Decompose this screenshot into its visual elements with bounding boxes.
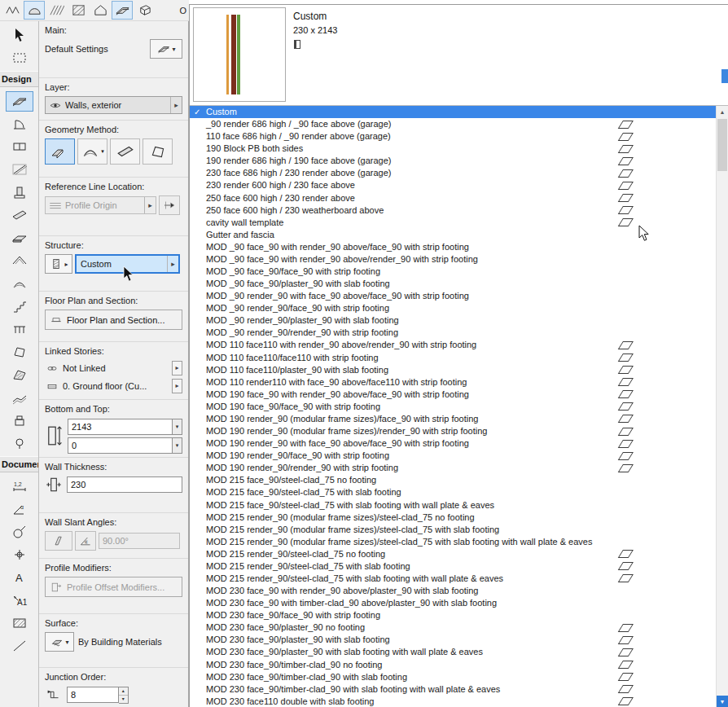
list-item[interactable]: 110 face 686 high / _90 render above (ga… bbox=[190, 130, 717, 143]
list-item[interactable]: cavity wall template bbox=[190, 217, 717, 229]
list-item[interactable]: MOD 190 face_90 with render_90 above/fac… bbox=[190, 389, 717, 401]
list-item[interactable]: 190 Block PB both sides bbox=[190, 143, 717, 155]
line-tool[interactable] bbox=[6, 636, 33, 656]
list-item[interactable]: MOD 215 render_90 (modular frame sizes)/… bbox=[190, 524, 717, 536]
fill-tool[interactable] bbox=[6, 613, 33, 634]
list-item[interactable]: MOD 110 face110/face110 with strip footi… bbox=[190, 352, 717, 364]
list-item[interactable]: MOD 230 face_90 with timber-clad_90 abov… bbox=[190, 597, 717, 609]
diagonal-hatch-button[interactable] bbox=[68, 1, 89, 20]
column-tool[interactable] bbox=[6, 182, 33, 203]
door-tool[interactable] bbox=[6, 114, 33, 134]
list-item[interactable]: MOD 190 face_90/face_90 with strip footi… bbox=[190, 401, 717, 413]
spinner-down-icon[interactable]: ▾ bbox=[119, 696, 128, 703]
list-item[interactable]: MOD 110 face110 with render_90 above/ren… bbox=[190, 339, 717, 351]
list-item[interactable]: MOD _90 render_90/plaster_90 with slab f… bbox=[190, 314, 717, 327]
object-tool[interactable] bbox=[6, 411, 33, 431]
list-item[interactable]: MOD 215 render_90/steel-clad_75 no footi… bbox=[190, 548, 717, 560]
railing-tool[interactable] bbox=[6, 319, 33, 340]
dome-button[interactable] bbox=[24, 1, 45, 20]
list-item[interactable]: 230 face 686 high / 230 render above (ga… bbox=[190, 167, 717, 179]
angle-dimension-tool[interactable] bbox=[6, 499, 33, 520]
list-item[interactable]: MOD _90 face_90 with render_90 above/fac… bbox=[190, 241, 717, 253]
geometry-curved-button[interactable]: ▾ bbox=[77, 138, 107, 165]
morph-tool[interactable] bbox=[6, 342, 33, 362]
wall-bottom-input[interactable] bbox=[68, 437, 173, 454]
list-item[interactable]: 230 render 600 high / 230 face above bbox=[190, 179, 717, 191]
scroll-down-button[interactable]: ▼ bbox=[717, 696, 728, 707]
list-item[interactable]: MOD 110 render110 with face_90 above/fac… bbox=[190, 376, 717, 389]
slant-angle-input[interactable] bbox=[99, 533, 180, 549]
top-link-flyout-button[interactable]: ▸ bbox=[172, 361, 182, 375]
house-button[interactable] bbox=[90, 1, 111, 20]
list-item[interactable]: MOD 215 face_90/steel-clad_75 no footing bbox=[190, 474, 717, 486]
toolbox-group-documer[interactable]: Documer bbox=[0, 456, 38, 472]
junction-order-input[interactable] bbox=[67, 687, 119, 703]
wall-favorite-button[interactable] bbox=[112, 1, 133, 20]
list-item[interactable]: MOD 190 render_90/face_90 with strip foo… bbox=[190, 450, 717, 462]
list-item[interactable]: Gutter and fascia bbox=[190, 229, 717, 241]
list-item[interactable]: MOD 110 face110/plaster_90 with slab foo… bbox=[190, 364, 717, 376]
wall-bottom-flyout[interactable]: ▾ bbox=[173, 437, 182, 454]
scrollbar-thumb[interactable] bbox=[717, 119, 727, 171]
list-item[interactable]: MOD 230 face_90/face_90 with strip footi… bbox=[190, 609, 717, 621]
list-item[interactable]: MOD _90 face_90/face_90 with strip footi… bbox=[190, 266, 717, 278]
list-item[interactable]: ✓Custom bbox=[190, 106, 717, 118]
floor-plan-section-button[interactable]: Floor Plan and Section... bbox=[45, 310, 182, 330]
zone-tool[interactable] bbox=[6, 365, 33, 385]
list-item[interactable]: MOD _90 face_90 with render_90 above/ren… bbox=[190, 253, 717, 266]
list-item[interactable]: MOD _90 render_90/face_90 with strip foo… bbox=[190, 302, 717, 314]
dimension-tool[interactable] bbox=[6, 476, 33, 497]
wall-top-flyout[interactable]: ▾ bbox=[173, 419, 182, 435]
shell-tool[interactable] bbox=[6, 274, 33, 294]
flip-reference-line-button[interactable] bbox=[159, 195, 180, 215]
list-item[interactable]: MOD 230 face_90/plaster_90 with slab foo… bbox=[190, 646, 717, 658]
profile-offset-modifiers-button[interactable]: Profile Offset Modifiers... bbox=[45, 577, 182, 597]
list-item[interactable]: MOD 230 face_90/timber-clad_90 with slab… bbox=[190, 671, 717, 683]
label-tool[interactable] bbox=[6, 591, 33, 611]
scroll-up-button[interactable]: ▲ bbox=[717, 106, 728, 118]
geometry-straight-button[interactable] bbox=[45, 138, 75, 165]
wall-tool[interactable] bbox=[6, 91, 33, 112]
list-item[interactable]: MOD 230 face_90/timber-clad_90 no footin… bbox=[190, 659, 717, 671]
list-item[interactable]: 250 face 600 high / 230 render above bbox=[190, 192, 717, 204]
list-item[interactable]: MOD 230 face110 double with slab footing bbox=[190, 696, 717, 707]
list-item[interactable]: MOD 215 render_90 (modular frame sizes)/… bbox=[190, 512, 717, 524]
slant-single-button[interactable] bbox=[45, 531, 72, 551]
list-item[interactable]: MOD 190 render_90 with face_90 above/fac… bbox=[190, 437, 717, 450]
list-item[interactable]: MOD _90 face_90/plaster_90 with slab foo… bbox=[190, 278, 717, 290]
beam-tool[interactable] bbox=[6, 205, 33, 226]
list-item[interactable]: MOD _90 render_90/render_90 with strip f… bbox=[190, 327, 717, 339]
dense-hatch-button[interactable] bbox=[46, 1, 67, 20]
radial-dimension-tool[interactable] bbox=[6, 522, 33, 542]
list-item[interactable]: 250 face 600 high / 230 weatherboard abo… bbox=[190, 204, 717, 217]
list-item[interactable]: _90 render 686 high / _90 face above (ga… bbox=[190, 118, 717, 130]
stair-tool[interactable] bbox=[6, 296, 33, 317]
list-item[interactable]: MOD 215 render_90 (modular frame sizes)/… bbox=[190, 536, 717, 548]
bottom-link-flyout-button[interactable]: ▸ bbox=[172, 379, 182, 393]
zigzag-pattern-button[interactable] bbox=[2, 1, 23, 20]
list-item[interactable]: 190 render 686 high / 190 face above (ga… bbox=[190, 155, 717, 167]
roof-tool[interactable] bbox=[6, 251, 33, 271]
mesh-tool[interactable] bbox=[6, 388, 33, 408]
list-item[interactable]: MOD 215 render_90/steel-clad_75 with sla… bbox=[190, 560, 717, 573]
list-item[interactable]: MOD 215 face_90/steel-clad_75 with slab … bbox=[190, 499, 717, 512]
list-item[interactable]: MOD 190 render_90 (modular frame sizes)/… bbox=[190, 413, 717, 425]
list-item[interactable]: MOD 190 render_90/render_90 with strip f… bbox=[190, 462, 717, 474]
spinner-up-icon[interactable]: ▴ bbox=[119, 687, 128, 696]
preview-scroll-indicator[interactable] bbox=[721, 69, 728, 83]
list-item[interactable]: MOD 230 face_90/plaster_90 no footing bbox=[190, 621, 717, 634]
slant-angle-button[interactable] bbox=[75, 531, 96, 551]
junction-order-spinner[interactable]: ▴ ▾ bbox=[119, 687, 129, 704]
list-item[interactable]: MOD 230 face_90/plaster_90 with slab foo… bbox=[190, 634, 717, 646]
list-item[interactable]: MOD 230 face_90/timber-clad_90 with slab… bbox=[190, 683, 717, 696]
wall-top-input[interactable] bbox=[68, 419, 173, 435]
list-item[interactable]: MOD 215 face_90/steel-clad_75 with slab … bbox=[190, 486, 717, 498]
structure-type-button[interactable]: ▸ bbox=[45, 254, 72, 274]
text-tool[interactable] bbox=[6, 568, 33, 588]
list-item[interactable]: MOD 215 render_90/steel-clad_75 with sla… bbox=[190, 573, 717, 585]
window-tool[interactable] bbox=[6, 137, 33, 157]
geometry-trapezoid-button[interactable] bbox=[110, 138, 140, 165]
wall-thickness-input[interactable] bbox=[67, 476, 182, 493]
object-cube-button[interactable] bbox=[134, 1, 155, 20]
reference-line-combo[interactable]: Profile Origin ▸ bbox=[45, 196, 156, 214]
